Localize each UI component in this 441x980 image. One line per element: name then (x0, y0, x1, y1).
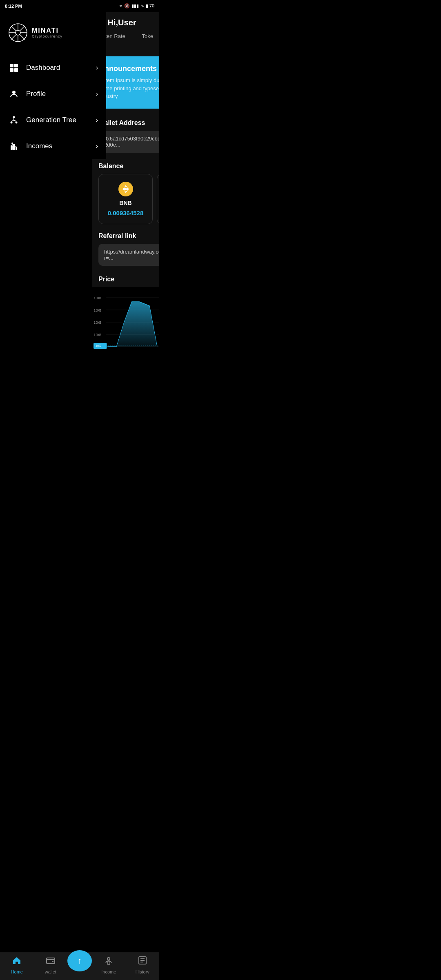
logo-sub: Cryptocurrency (32, 34, 62, 38)
svg-line-20 (14, 120, 16, 122)
logo-text: MINATI Cryptocurrency (32, 27, 62, 38)
topbar-title: Hi,User (108, 18, 136, 27)
incomes-icon (8, 140, 20, 152)
svg-point-17 (16, 122, 18, 124)
logo-name: MINATI (32, 27, 62, 34)
signal-icon: ▮▮▮ (131, 3, 139, 9)
mute-icon: 🔇 (124, 3, 130, 9)
sidebar-menu: Dashboard › Profile › (0, 55, 106, 159)
svg-line-9 (11, 35, 16, 40)
minati-logo-icon (8, 23, 28, 42)
incomes-arrow-icon: › (96, 143, 98, 150)
bnb-amount: 0.009364528 (108, 209, 144, 216)
referral-label: Referral link (98, 232, 159, 240)
referral-url[interactable]: https://dreamlandway.com/?refer=... (98, 244, 159, 266)
announcements-body: Lorem Ipsum is simply dummy text of the … (99, 76, 159, 100)
sidebar-item-generation-tree[interactable]: Generation Tree › (0, 107, 106, 133)
bluetooth-icon: ⚭ (119, 3, 122, 9)
price-section: Price 1.0003 1.0003 1.0003 1.0002 1.0002 (92, 270, 159, 352)
svg-line-8 (20, 26, 25, 31)
announcements-title: Announcements (99, 65, 159, 73)
bnb-balance-card: BNB 0.009364528 (98, 174, 153, 224)
token-label-2: Toke (142, 33, 160, 39)
price-chart-svg: 1.0003 1.0003 1.0003 1.0002 1.0002 (94, 290, 159, 352)
svg-point-24 (11, 143, 13, 144)
wifi-icon: ∿ (140, 3, 144, 9)
sidebar-item-label-dashboard: Dashboard (26, 64, 60, 72)
price-chart-area: 1.0003 1.0003 1.0003 1.0002 1.0002 (92, 287, 159, 352)
dashboard-arrow-icon: › (96, 64, 98, 71)
sidebar-item-incomes[interactable]: Incomes › (0, 133, 106, 159)
svg-text:1.0003: 1.0003 (94, 308, 101, 312)
svg-line-6 (11, 26, 16, 31)
svg-line-7 (20, 35, 25, 40)
token-item-2: Toke (142, 33, 160, 51)
bnb-name: BNB (119, 200, 131, 206)
svg-rect-23 (16, 147, 17, 150)
svg-point-16 (11, 122, 13, 124)
svg-point-1 (16, 30, 20, 35)
generation-tree-arrow-icon: › (96, 116, 98, 124)
sidebar-item-label-incomes: Incomes (26, 142, 52, 150)
svg-rect-13 (14, 68, 18, 72)
sidebar-item-profile[interactable]: Profile › (0, 81, 106, 107)
wallet-address-label: Wallet Address (98, 119, 159, 127)
sidebar-logo: MINATI Cryptocurrency (0, 16, 106, 51)
svg-line-19 (11, 120, 14, 122)
svg-rect-21 (11, 145, 13, 150)
alt-balance-card: ⚙ (157, 174, 159, 224)
svg-point-14 (12, 91, 16, 94)
bnb-icon (118, 182, 133, 196)
profile-arrow-icon: › (96, 90, 98, 98)
sidebar: MINATI Cryptocurrency Dashboard › (0, 12, 106, 159)
svg-rect-11 (14, 64, 18, 67)
svg-point-15 (13, 116, 15, 118)
svg-text:1.0002: 1.0002 (94, 343, 101, 348)
sidebar-item-dashboard[interactable]: Dashboard › (0, 55, 106, 81)
svg-text:1.0002: 1.0002 (94, 332, 101, 337)
status-time: 8:12 PM (5, 4, 22, 9)
price-label: Price (92, 276, 159, 287)
battery-icon: ▮ 70 (146, 3, 154, 9)
balance-section: Balance BNB 0.009364528 ⚙ (92, 157, 159, 227)
sidebar-item-label-profile: Profile (26, 90, 46, 98)
sidebar-item-label-generation-tree: Generation Tree (26, 116, 76, 124)
dashboard-icon (8, 62, 20, 74)
profile-icon (8, 88, 20, 100)
svg-text:1.0003: 1.0003 (94, 296, 101, 300)
wallet-address-value[interactable]: 0x6a1cd7503f90c29cbcc0bb6e2d0e... (98, 131, 159, 153)
generation-tree-icon (8, 114, 20, 126)
svg-text:1.0003: 1.0003 (94, 320, 101, 325)
svg-rect-12 (10, 68, 13, 72)
balance-cards-row: BNB 0.009364528 ⚙ (98, 174, 159, 224)
referral-section: Referral link https://dreamlandway.com/?… (92, 227, 159, 270)
status-bar: 8:12 PM ⚭ 🔇 ▮▮▮ ∿ ▮ 70 (0, 0, 159, 10)
svg-rect-10 (10, 64, 13, 67)
status-icons: ⚭ 🔇 ▮▮▮ ∿ ▮ 70 (119, 3, 154, 9)
balance-label: Balance (98, 163, 159, 170)
